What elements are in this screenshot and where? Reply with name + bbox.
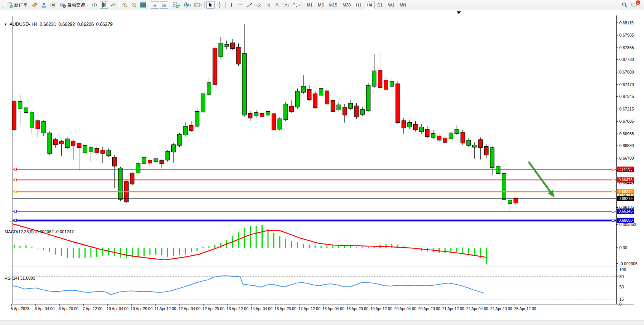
cursor-arrow-icon	[207, 2, 214, 8]
toolbar-grip[interactable]	[2, 2, 3, 8]
trend-arrow-annotation[interactable]	[529, 162, 553, 195]
chart-menu-icon[interactable]: ▼	[4, 22, 7, 26]
periods-button[interactable]: ▾	[182, 1, 192, 9]
time-tick-label: 17 Apr 12:00	[298, 307, 320, 311]
chat-button[interactable]: 1	[630, 1, 639, 9]
time-tick-label: 25 Apr 12:00	[514, 307, 536, 311]
timeframe-w1-button[interactable]: W1	[386, 1, 397, 9]
dropdown-caret: ▾	[200, 3, 202, 7]
macd-axis-label: 0.003052	[619, 222, 636, 227]
trendline-tool-button[interactable]	[245, 1, 254, 9]
candle-body	[30, 112, 34, 127]
metaeditor-button[interactable]	[30, 1, 39, 9]
search-button[interactable]	[620, 1, 629, 9]
line-handle[interactable]	[612, 168, 614, 170]
candle-body	[425, 129, 429, 136]
notification-badge: 1	[635, 0, 641, 5]
zoom-in-button[interactable]	[121, 1, 129, 9]
time-tick-label: 12 Apr 04:00	[179, 307, 201, 311]
text-icon: A	[274, 2, 280, 8]
candle-body	[83, 146, 87, 153]
horizontal-line-tool-button[interactable]	[236, 1, 245, 9]
chart-window[interactable]: ▼ AUDUSD-,H4 0.66231 0.66292 0.66226 0.6…	[0, 10, 644, 321]
auto-scroll-button[interactable]	[151, 1, 159, 9]
line-handle[interactable]	[612, 179, 614, 181]
line-handle[interactable]	[612, 219, 614, 221]
dropdown-caret: ▾	[179, 3, 180, 7]
timeframe-m30-button[interactable]: M30	[340, 1, 353, 9]
candle-body	[148, 160, 152, 163]
bar-chart-button[interactable]	[91, 1, 99, 9]
price-tick-label: 0.67470	[619, 82, 634, 87]
timeframe-h1-button[interactable]: H1	[354, 1, 363, 9]
timeframe-mn-button[interactable]: MN	[397, 1, 408, 9]
macd-signal-value: -0.001247	[55, 229, 74, 234]
price-tick-label: 0.67085	[619, 119, 634, 123]
candle-body	[77, 143, 81, 148]
line-chart-button[interactable]	[109, 1, 117, 9]
new-order-button[interactable]: 新订单	[5, 1, 30, 9]
candle-body	[24, 108, 28, 113]
rsi-name: RSI(14)	[5, 276, 19, 280]
line-handle[interactable]	[14, 210, 17, 212]
candle-body	[514, 198, 518, 203]
line-handle[interactable]	[612, 210, 614, 212]
rsi-axis-label: 50	[619, 285, 624, 289]
equidistant-channel-tool-button[interactable]: E	[255, 1, 263, 9]
tile-windows-button[interactable]	[139, 1, 147, 9]
time-tick-label: 13 Apr 12:00	[226, 307, 249, 311]
svg-text:T: T	[285, 3, 287, 7]
autotrading-label: 自动交易	[67, 2, 85, 8]
candle-body	[502, 173, 506, 200]
text-label-tool-button[interactable]: T	[282, 1, 290, 9]
timeframe-m5-button[interactable]: M5	[316, 1, 326, 9]
candle-body	[213, 48, 217, 85]
crosshair-button[interactable]	[215, 1, 224, 9]
candlestick-chart-button[interactable]	[100, 1, 108, 9]
time-tick-label: 5 Apr 2023	[11, 307, 29, 311]
candle-body	[54, 139, 58, 145]
cursor-button[interactable]	[206, 1, 215, 9]
clock-icon	[183, 2, 190, 8]
trendline-icon	[247, 2, 253, 8]
fibonacci-tool-button[interactable]: F	[264, 1, 272, 9]
candle-body	[142, 158, 146, 164]
line-handle[interactable]	[14, 168, 17, 170]
indicators-button[interactable]: ▾	[172, 1, 182, 9]
templates-button[interactable]: ▾	[193, 1, 203, 9]
zoom-out-button[interactable]	[130, 1, 138, 9]
timeframe-d1-button[interactable]: D1	[375, 1, 385, 9]
signals-button[interactable]	[49, 1, 57, 9]
svg-text:F: F	[269, 6, 270, 8]
macd-axis-label: 0.00	[619, 245, 627, 250]
line-handle[interactable]	[612, 191, 614, 193]
vertical-line-tool-button[interactable]	[227, 1, 236, 9]
timeframe-m1-button[interactable]: M1	[304, 1, 315, 9]
candle-body	[419, 127, 424, 132]
zoom-out-icon	[131, 2, 137, 8]
line-handle[interactable]	[14, 219, 17, 221]
main-toolbar: 新订单	[0, 0, 644, 10]
community-button[interactable]	[40, 1, 48, 9]
line-handle[interactable]	[14, 191, 17, 193]
text-tool-button[interactable]: A	[273, 1, 281, 9]
candle-body	[48, 133, 52, 154]
chart-shift-button[interactable]	[160, 1, 168, 9]
timeframe-h4-button[interactable]: H4	[365, 1, 375, 9]
candle-body	[437, 136, 441, 140]
time-tick-label: 24 Apr 20:00	[490, 307, 512, 311]
shapes-arrows-icon	[292, 2, 298, 8]
autotrading-button[interactable]: 自动交易	[58, 1, 87, 9]
toolbar-separator	[204, 2, 205, 8]
macd-main-value: -0.002062	[35, 229, 54, 234]
price-tick-label: 0.67345	[619, 94, 634, 99]
arrows-tool-button[interactable]: ▾	[291, 1, 301, 9]
candle-body	[154, 158, 158, 162]
chart-shift-marker-icon[interactable]	[457, 11, 461, 14]
chart-canvas[interactable]: 0.665850.664730.663490.662790.661460.660…	[0, 10, 644, 321]
line-handle[interactable]	[14, 179, 17, 181]
candle-body	[136, 163, 140, 173]
channel-icon: E	[256, 2, 262, 8]
timeframe-m15-button[interactable]: M15	[327, 1, 340, 9]
chart-shift-icon	[161, 2, 167, 8]
